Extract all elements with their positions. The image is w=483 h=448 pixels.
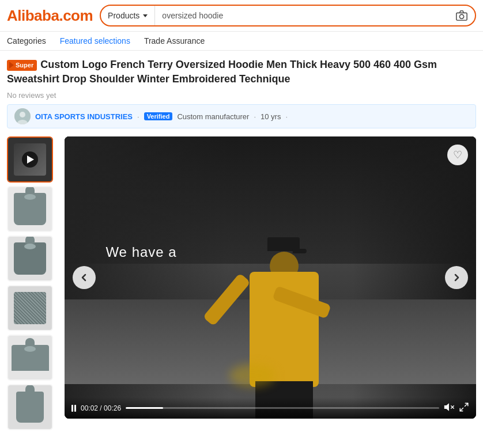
next-arrow-button[interactable]	[445, 266, 468, 289]
person-cap	[267, 237, 300, 251]
pause-icon	[71, 405, 76, 412]
prev-arrow-button[interactable]	[73, 266, 96, 289]
search-input[interactable]	[155, 6, 448, 25]
thumbnail-fabric[interactable]	[7, 285, 53, 331]
person-arm-right	[272, 286, 331, 319]
time-display: 00:02 / 00:26	[81, 404, 121, 412]
search-category-dropdown[interactable]: Products	[101, 6, 155, 25]
thumbnail-video[interactable]	[7, 136, 53, 183]
svg-point-1	[459, 14, 463, 18]
video-controls: 00:02 / 00:26	[65, 397, 476, 419]
seller-dot: ·	[137, 112, 139, 121]
progress-bar[interactable]	[126, 407, 439, 409]
product-title: SuperCustom Logo French Terry Oversized …	[7, 58, 476, 86]
pause-bar-right	[74, 405, 76, 412]
seller-bar: OITA SPORTS INDUSTRIES · Verified Custom…	[7, 104, 476, 128]
time-separator: /	[98, 404, 104, 412]
nav-item-categories[interactable]: Categories	[7, 36, 46, 45]
thumbnail-hoodie-4[interactable]	[7, 384, 53, 430]
title-area: SuperCustom Logo French Terry Oversized …	[7, 58, 476, 86]
verified-badge: Verified	[144, 112, 173, 120]
volume-button[interactable]	[444, 402, 454, 414]
header: Alibaba.com Products	[0, 0, 483, 32]
svg-point-3	[20, 112, 25, 117]
pause-bar-left	[71, 405, 73, 412]
svg-line-9	[460, 408, 463, 411]
seller-dot2: ·	[285, 112, 288, 121]
pause-button[interactable]	[71, 405, 76, 412]
progress-fill	[126, 407, 163, 409]
video-scene	[65, 136, 476, 419]
seller-name[interactable]: OITA SPORTS INDUSTRIES	[35, 112, 133, 121]
camera-search-button[interactable]	[448, 9, 475, 22]
super-badge: Super	[7, 60, 37, 71]
thumbnail-hoodie-2[interactable]	[7, 236, 53, 282]
svg-rect-0	[456, 13, 467, 20]
nav-bar: Categories Featured selections Trade Ass…	[0, 32, 483, 51]
video-player[interactable]: We have a ♡	[65, 136, 476, 419]
thumbnails-column	[7, 136, 58, 430]
nav-item-trade[interactable]: Trade Assurance	[144, 36, 205, 45]
svg-line-8	[465, 404, 468, 407]
chevron-down-icon	[143, 14, 148, 17]
seller-years: 10 yrs	[261, 112, 281, 121]
floor-yellow-reflection	[229, 364, 276, 387]
thumbnail-hoodie-1[interactable]	[7, 186, 53, 232]
video-text-overlay: We have a	[105, 244, 176, 260]
search-bar: Products	[100, 5, 476, 26]
seller-separator: ·	[254, 112, 256, 121]
product-section: SuperCustom Logo French Terry Oversized …	[0, 51, 483, 430]
nav-item-featured[interactable]: Featured selections	[60, 36, 130, 45]
svg-marker-5	[445, 404, 449, 411]
time-current: 00:02	[81, 404, 98, 412]
seller-type: Custom manufacturer	[177, 112, 249, 121]
fullscreen-button[interactable]	[459, 402, 469, 414]
thumbnail-hoodie-3[interactable]	[7, 335, 53, 381]
seller-avatar	[14, 108, 31, 124]
main-content: We have a ♡	[7, 136, 476, 430]
time-total: 00:26	[104, 404, 121, 412]
reviews-label: No reviews yet	[7, 91, 476, 100]
logo[interactable]: Alibaba.com	[7, 7, 93, 25]
search-category-label: Products	[108, 11, 139, 20]
